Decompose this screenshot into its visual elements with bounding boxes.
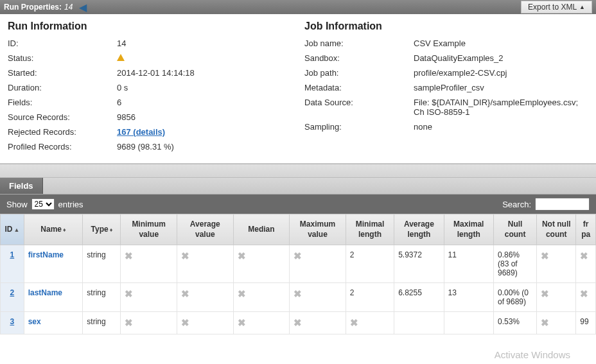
info-label: ID: — [8, 39, 117, 48]
info-row-fields: Fields: 6 — [8, 95, 292, 110]
cell-id: 1 — [1, 245, 24, 283]
x-icon: ✖ — [125, 317, 133, 328]
col-min-length[interactable]: Minimal length — [346, 214, 394, 245]
col-avg-length[interactable]: Average length — [394, 214, 444, 245]
cell-maxl — [444, 312, 493, 334]
sort-icon: ♦ — [110, 227, 113, 233]
col-null-count[interactable]: Null count — [493, 214, 536, 245]
field-name-link[interactable]: firstName — [28, 250, 64, 259]
cell-max: ✖ — [290, 245, 346, 283]
info-value: DataQualityExamples_2 — [414, 53, 588, 63]
cell-nnull: ✖ — [537, 283, 576, 312]
export-label: Export to XML — [528, 3, 577, 12]
info-row-jobname: Job name: CSV Example — [304, 36, 588, 51]
info-label: Metadata: — [304, 83, 414, 92]
info-row-datasource: Data Source: File: ${DATAIN_DIR}/sampleE… — [304, 95, 588, 119]
x-icon: ✖ — [541, 250, 549, 261]
x-icon: ✖ — [580, 288, 588, 299]
cell-avg: ✖ — [177, 245, 234, 283]
col-id[interactable]: ID▲ — [1, 214, 24, 245]
export-xml-button[interactable]: Export to XML ▲ — [521, 1, 592, 13]
show-label: Show — [6, 200, 28, 209]
cell-median: ✖ — [233, 283, 290, 312]
info-label: Profiled Records: — [8, 142, 117, 152]
rejected-details-link[interactable]: 167 (details) — [117, 127, 165, 137]
field-name-link[interactable]: lastName — [28, 288, 62, 297]
x-icon: ✖ — [181, 250, 189, 261]
cell-name: sex — [24, 312, 83, 334]
col-type[interactable]: Type♦ — [83, 214, 121, 245]
row-id-link[interactable]: 3 — [10, 317, 14, 326]
info-row-sampling: Sampling: none — [304, 119, 588, 134]
info-value: 6 — [117, 98, 292, 107]
x-icon: ✖ — [541, 317, 549, 328]
cell-min: ✖ — [121, 283, 177, 312]
info-row-rejected: Rejected Records: 167 (details) — [8, 125, 292, 139]
entries-select[interactable]: 25 — [31, 198, 55, 210]
info-value: profile/example2-CSV.cpj — [414, 68, 588, 78]
info-row-started: Started: 2014-12-01 14:14:18 — [8, 65, 292, 80]
cell-nnull: ✖ — [537, 312, 576, 334]
col-median[interactable]: Median — [233, 214, 290, 245]
info-value: 2014-12-01 14:14:18 — [117, 68, 292, 78]
col-avg-value[interactable]: Average value — [177, 214, 234, 245]
cell-max: ✖ — [290, 312, 346, 334]
field-name-link[interactable]: sex — [28, 317, 41, 326]
warning-icon — [117, 54, 125, 61]
info-label: Rejected Records: — [8, 127, 117, 137]
x-icon: ✖ — [238, 288, 246, 299]
info-value: CSV Example — [414, 39, 588, 48]
cell-avg: ✖ — [177, 283, 234, 312]
info-row-id: ID: 14 — [8, 36, 292, 51]
collapse-icon[interactable]: ◀ — [79, 1, 87, 13]
x-icon: ✖ — [125, 288, 133, 299]
cell-type: string — [83, 245, 121, 283]
col-min-value[interactable]: Minimum value — [121, 214, 177, 245]
tab-fields[interactable]: Fields — [0, 178, 43, 194]
x-icon: ✖ — [294, 288, 302, 299]
table-row: 2lastNamestring✖✖✖✖26.8255130.00% (0 of … — [1, 283, 596, 312]
info-value: 0 s — [117, 83, 292, 92]
sort-asc-icon: ▲ — [13, 227, 19, 233]
x-icon: ✖ — [350, 317, 358, 328]
row-id-link[interactable]: 2 — [10, 288, 14, 297]
col-max-value[interactable]: Maximum value — [290, 214, 346, 245]
cell-max: ✖ — [290, 283, 346, 312]
x-icon: ✖ — [294, 250, 302, 261]
info-label: Data Source: — [304, 98, 414, 117]
info-value: 9856 — [117, 112, 292, 122]
info-row-profiled: Profiled Records: 9689 (98.31 %) — [8, 139, 292, 154]
cell-median: ✖ — [233, 245, 290, 283]
col-not-null-count[interactable]: Not null count — [537, 214, 576, 245]
col-name[interactable]: Name♦ — [24, 214, 83, 245]
header-run-number: 14 — [64, 3, 73, 12]
info-row-status: Status: — [8, 51, 292, 65]
search-input[interactable] — [535, 198, 590, 211]
cell-minl: ✖ — [346, 312, 394, 334]
run-info-heading: Run Information — [8, 21, 292, 32]
fields-table: ID▲ Name♦ Type♦ Minimum value Average va… — [0, 214, 596, 334]
cell-null: 0.86% (83 of 9689) — [493, 245, 536, 283]
job-info-column: Job Information Job name: CSV Example Sa… — [304, 21, 588, 154]
cell-min: ✖ — [121, 312, 177, 334]
info-value: 9689 (98.31 %) — [117, 142, 292, 152]
cell-type: string — [83, 312, 121, 334]
info-row-jobpath: Job path: profile/example2-CSV.cpj — [304, 65, 588, 80]
cell-name: lastName — [24, 283, 83, 312]
info-value: 14 — [117, 39, 292, 48]
col-fr[interactable]: fr pa — [576, 214, 596, 245]
info-row-metadata: Metadata: sampleProfiler_csv — [304, 80, 588, 95]
x-icon: ✖ — [181, 288, 189, 299]
cell-avgl — [394, 312, 444, 334]
row-id-link[interactable]: 1 — [10, 250, 14, 259]
chevron-up-icon: ▲ — [579, 4, 585, 10]
x-icon: ✖ — [580, 250, 588, 261]
cell-median: ✖ — [233, 312, 290, 334]
x-icon: ✖ — [181, 317, 189, 328]
info-value — [117, 53, 292, 63]
cell-id: 2 — [1, 283, 24, 312]
x-icon: ✖ — [125, 250, 133, 261]
entries-label: entries — [58, 200, 83, 209]
cell-avgl: 5.9372 — [394, 245, 444, 283]
col-max-length[interactable]: Maximal length — [444, 214, 493, 245]
